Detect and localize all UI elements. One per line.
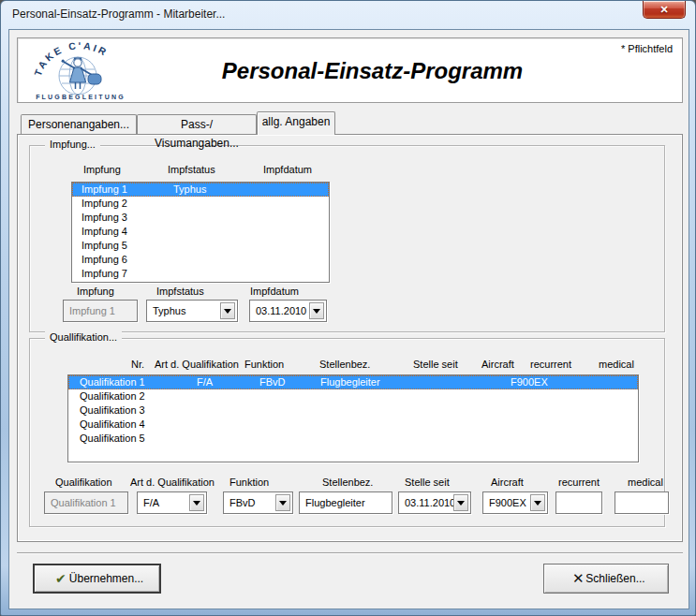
qualifikation-group-title: Quallifikation... [45,331,122,343]
recurrent-input[interactable] [555,491,602,514]
column-header-funktion: Funktion [244,359,284,370]
dropdown-icon[interactable] [275,494,290,511]
column-header-aircraft: Aircraft [481,359,514,370]
impfung-list-item[interactable]: Impfung 6 [72,253,329,267]
dialog-client: TAKE C'AIR FLUGBEGLEITUNG Personal-Einsa… [8,29,689,609]
impfung-field-label: Impfung [77,286,114,297]
qualifikation-list-item[interactable]: Qualifikation 3 [68,403,638,418]
window-title: Personal-Einsatz-Programm - Mitarbeiter.… [12,7,225,21]
qualifikation-list-item[interactable]: Qualifikation 4 [68,418,638,432]
column-header-stelle-seit: Stelle seit [413,359,458,370]
aircraft-field-label: Aircraft [491,477,524,488]
column-header-recurrent: recurrent [530,359,571,370]
stellenbez-field-label: Stellenbez. [322,477,373,488]
qualifikation-list-item[interactable]: Qualifikation 1 F/A FBvD Flugbegleiter F… [68,375,638,389]
dropdown-icon[interactable] [220,302,235,319]
impfung-group-title: Impfung... [45,139,100,150]
column-header-impfdatum: Impfdatum [263,164,312,175]
footer-divider [17,552,683,554]
dropdown-icon[interactable] [530,494,545,511]
stellenbez-input[interactable]: Flugbegleiter [299,491,392,514]
close-icon: ✕ [659,4,668,15]
tab-page-allg-angaben: Impfung... Impfung Impfstatus Impfdatum … [17,134,683,542]
aircraft-combo[interactable]: F900EX [482,491,548,514]
funktion-field-label: Funktion [230,477,269,488]
stelle-seit-field-label: Stelle seit [405,477,450,488]
impfung-group: Impfung... Impfung Impfstatus Impfdatum … [29,145,665,332]
impfdatum-combo[interactable]: 03.11.2010 [249,300,327,322]
page-title: Personal-Einsatz-Programm [18,38,682,104]
qualifikation-field-label: Qualifikation [55,477,112,488]
impfung-list-item[interactable]: Impfung 2 [72,197,329,211]
column-header-art: Art d. Qualifikation [155,359,239,370]
qualifikation-list[interactable]: Qualifikation 1 F/A FBvD Flugbegleiter F… [67,374,639,462]
column-header-nr: Nr. [131,359,144,370]
header-panel: TAKE C'AIR FLUGBEGLEITUNG Personal-Einsa… [17,37,683,103]
impfung-list-item[interactable]: Impfung 4 [72,225,329,239]
check-icon: ✔ [55,565,67,592]
dropdown-icon[interactable] [189,494,204,511]
column-header-impfstatus: Impfstatus [168,164,215,175]
funktion-combo[interactable]: FBvD [223,491,293,514]
qualifikation-group: Quallifikation... Nr. Art d. Qualifikati… [29,338,665,527]
stelle-seit-combo[interactable]: 03.11.2010 [398,491,471,514]
window-close-button[interactable]: ✕ [643,1,686,19]
x-icon: ✕ [572,565,585,593]
qualifikation-list-item[interactable]: Qualifikation 5 [68,432,638,446]
tab-pass-visumangaben[interactable]: Pass-/ Visumangaben... [137,114,257,134]
apply-button[interactable]: ✔ Übernehmen... [33,564,161,594]
close-dialog-button[interactable]: ✕ Schließen... [543,564,669,594]
tab-allg-angaben[interactable]: allg. Angaben [257,111,335,135]
impfstatus-combo[interactable]: Typhus [146,300,238,322]
impfung-input: Impfung 1 [63,300,138,322]
tab-personenangaben[interactable]: Personenangaben... [21,114,137,134]
impfung-list-item[interactable]: Impfung 1 Typhus [72,183,329,197]
dropdown-icon[interactable] [453,494,468,511]
impfung-list-item[interactable]: Impfung 7 [72,267,329,281]
qualifikation-input: Qualifikation 1 [44,491,128,514]
medical-input[interactable] [615,491,669,514]
impfung-list[interactable]: Impfung 1 Typhus Impfung 2 Impfung 3 Imp… [71,182,330,283]
column-header-impfung: Impfung [83,164,121,175]
column-header-medical: medical [599,359,634,370]
column-header-stellenbez: Stellenbez. [319,359,370,370]
art-combo[interactable]: F/A [137,491,207,514]
dropdown-icon[interactable] [309,302,324,319]
qualifikation-list-item[interactable]: Qualifikation 2 [68,389,638,403]
window: Personal-Einsatz-Programm - Mitarbeiter.… [0,0,696,616]
impfung-list-item[interactable]: Impfung 5 [72,239,329,253]
impfdatum-field-label: Impfdatum [250,286,299,297]
recurrent-field-label: recurrent [558,477,600,488]
required-field-note: * Pflichtfeld [621,43,673,54]
impfstatus-field-label: Impfstatus [156,286,204,297]
impfung-list-item[interactable]: Impfung 3 [72,211,329,225]
titlebar: Personal-Einsatz-Programm - Mitarbeiter.… [1,1,695,29]
art-field-label: Art d. Qualifikation [130,477,215,488]
medical-field-label: medical [628,477,663,488]
